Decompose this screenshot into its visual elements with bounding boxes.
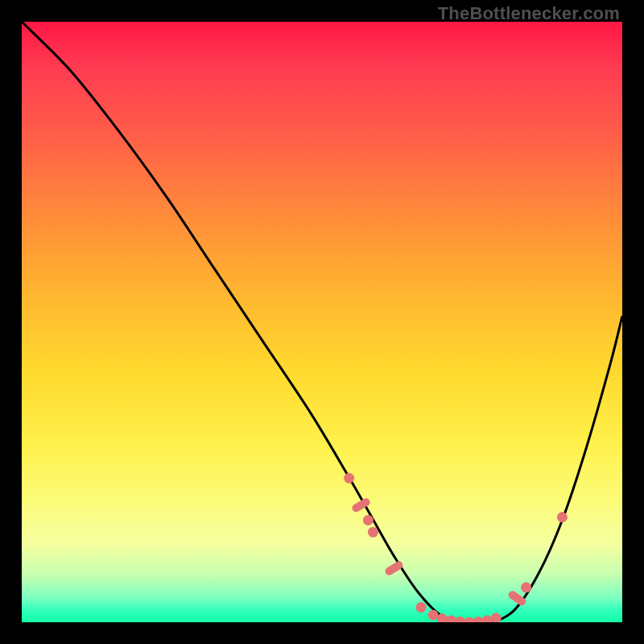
- chart-frame: [22, 22, 622, 622]
- curve-marker-dot: [521, 582, 531, 592]
- curve-marker-dot: [455, 617, 465, 622]
- curve-markers-group: [344, 473, 568, 623]
- curve-marker-dot: [482, 615, 493, 622]
- curve-marker-pill: [384, 559, 405, 576]
- curve-marker-dot: [491, 613, 502, 622]
- bottleneck-curve-svg: [22, 22, 622, 622]
- curve-marker-dot: [368, 527, 378, 538]
- curve-marker-dot: [446, 615, 456, 622]
- curve-marker-dot: [416, 602, 427, 613]
- curve-marker-dot: [557, 512, 568, 522]
- bottleneck-curve-path: [22, 22, 622, 622]
- curve-marker-dot: [473, 617, 484, 622]
- curve-marker-dot: [363, 515, 374, 526]
- curve-marker-dot: [344, 473, 354, 484]
- curve-marker-dot: [428, 610, 439, 621]
- curve-marker-dot: [464, 617, 474, 623]
